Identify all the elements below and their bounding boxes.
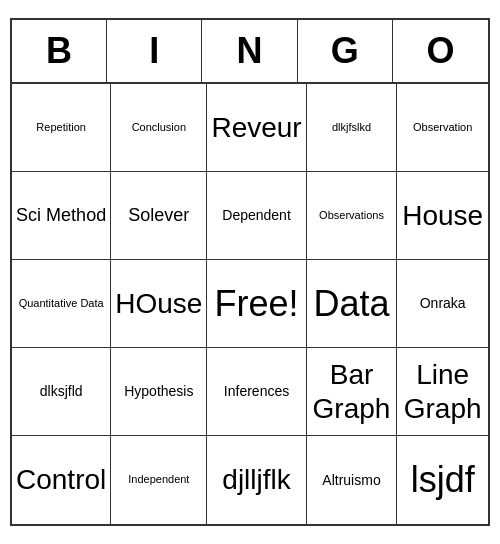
bingo-card: BINGO RepetitionConclusionReveurdlkjfslk…: [10, 18, 490, 526]
bingo-cell: Line Graph: [397, 348, 488, 436]
cell-text: Conclusion: [132, 121, 186, 134]
bingo-cell: Data: [307, 260, 398, 348]
cell-text: Hypothesis: [124, 383, 193, 400]
bingo-cell: Control: [12, 436, 111, 524]
cell-text: Observations: [319, 209, 384, 222]
bingo-cell: Altruismo: [307, 436, 398, 524]
bingo-grid: RepetitionConclusionReveurdlkjfslkdObser…: [12, 84, 488, 524]
bingo-cell: dlkjfslkd: [307, 84, 398, 172]
bingo-cell: Inferences: [207, 348, 306, 436]
cell-text: Free!: [215, 282, 299, 325]
cell-text: HOuse: [115, 287, 202, 321]
bingo-cell: dlksjfld: [12, 348, 111, 436]
header-letter: G: [298, 20, 393, 82]
cell-text: dlksjfld: [40, 383, 83, 400]
cell-text: Reveur: [211, 111, 301, 145]
cell-text: Data: [313, 282, 389, 325]
bingo-cell: Quantitative Data: [12, 260, 111, 348]
header-letter: O: [393, 20, 488, 82]
cell-text: House: [402, 199, 483, 233]
cell-text: Independent: [128, 473, 189, 486]
cell-text: Dependent: [222, 207, 291, 224]
bingo-cell: Hypothesis: [111, 348, 207, 436]
cell-text: Bar Graph: [311, 358, 393, 425]
cell-text: Quantitative Data: [19, 297, 104, 310]
bingo-header: BINGO: [12, 20, 488, 84]
header-letter: I: [107, 20, 202, 82]
cell-text: Onraka: [420, 295, 466, 312]
bingo-cell: Observation: [397, 84, 488, 172]
cell-text: Repetition: [36, 121, 86, 134]
bingo-cell: Repetition: [12, 84, 111, 172]
cell-text: lsjdf: [411, 458, 475, 501]
cell-text: Observation: [413, 121, 472, 134]
cell-text: djlljflk: [222, 463, 290, 497]
cell-text: Sci Method: [16, 205, 106, 227]
bingo-cell: Conclusion: [111, 84, 207, 172]
bingo-cell: HOuse: [111, 260, 207, 348]
cell-text: Control: [16, 463, 106, 497]
bingo-cell: Free!: [207, 260, 306, 348]
bingo-cell: lsjdf: [397, 436, 488, 524]
header-letter: B: [12, 20, 107, 82]
header-letter: N: [202, 20, 297, 82]
bingo-cell: Onraka: [397, 260, 488, 348]
cell-text: dlkjfslkd: [332, 121, 371, 134]
cell-text: Altruismo: [322, 472, 380, 489]
cell-text: Solever: [128, 205, 189, 227]
bingo-cell: Dependent: [207, 172, 306, 260]
bingo-cell: Reveur: [207, 84, 306, 172]
cell-text: Inferences: [224, 383, 289, 400]
bingo-cell: Solever: [111, 172, 207, 260]
bingo-cell: djlljflk: [207, 436, 306, 524]
bingo-cell: House: [397, 172, 488, 260]
bingo-cell: Sci Method: [12, 172, 111, 260]
bingo-cell: Bar Graph: [307, 348, 398, 436]
bingo-cell: Independent: [111, 436, 207, 524]
cell-text: Line Graph: [401, 358, 484, 425]
bingo-cell: Observations: [307, 172, 398, 260]
